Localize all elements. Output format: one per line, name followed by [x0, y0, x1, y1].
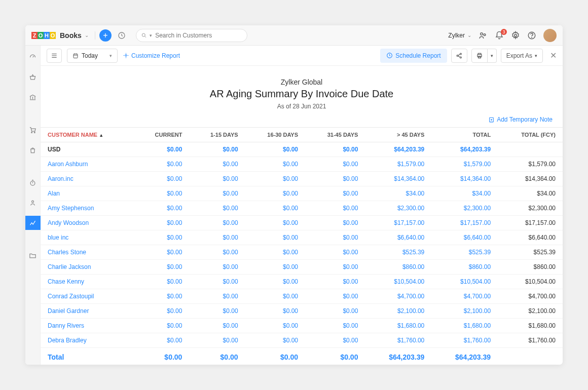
nav-purchases[interactable] — [25, 143, 41, 157]
history-button[interactable] — [116, 29, 128, 42]
amount-cell[interactable]: $10,504.00 — [365, 275, 431, 289]
amount-cell[interactable]: $0.00 — [305, 142, 365, 157]
amount-cell[interactable]: $0.00 — [134, 275, 189, 289]
amount-cell[interactable]: $0.00 — [305, 157, 365, 172]
customer-name-cell[interactable]: Conrad Zastoupil — [41, 289, 134, 304]
amount-cell[interactable]: $0.00 — [189, 319, 245, 333]
nav-accountant[interactable] — [25, 196, 41, 210]
close-button[interactable]: ✕ — [550, 51, 557, 60]
amount-cell[interactable]: $0.00 — [189, 289, 245, 304]
amount-cell[interactable]: $0.00 — [189, 275, 245, 289]
amount-cell[interactable]: $2,300.00 — [431, 201, 498, 216]
amount-cell[interactable]: $0.00 — [134, 172, 189, 186]
nav-documents[interactable] — [25, 248, 41, 262]
amount-cell[interactable]: $0.00 — [189, 348, 245, 365]
column-header[interactable]: CUSTOMER NAME▲ — [41, 128, 134, 142]
amount-cell[interactable]: $1,760.00 — [431, 333, 498, 348]
amount-cell[interactable]: $2,300.00 — [365, 201, 431, 216]
amount-cell[interactable]: $0.00 — [134, 348, 189, 365]
amount-cell[interactable]: $64,203.39 — [365, 348, 431, 365]
amount-cell[interactable]: $0.00 — [134, 230, 189, 245]
amount-cell[interactable]: $0.00 — [305, 245, 365, 260]
export-button[interactable]: Export As ▾ — [501, 49, 543, 63]
amount-cell[interactable]: $2,100.00 — [431, 304, 498, 319]
settings-button[interactable] — [511, 31, 520, 40]
amount-cell[interactable]: $0.00 — [245, 172, 305, 186]
column-header[interactable]: TOTAL — [431, 128, 498, 142]
search-input[interactable] — [155, 32, 242, 39]
help-button[interactable] — [527, 31, 536, 40]
customer-name-cell[interactable]: Aaron Ashburn — [41, 157, 134, 172]
amount-cell[interactable]: $0.00 — [245, 216, 305, 230]
amount-cell[interactable]: $4,700.00 — [365, 289, 431, 304]
amount-cell[interactable]: $0.00 — [189, 230, 245, 245]
nav-banking[interactable] — [25, 90, 41, 104]
amount-cell[interactable]: $860.00 — [365, 260, 431, 275]
nav-sales[interactable] — [25, 123, 41, 137]
amount-cell[interactable]: $0.00 — [305, 186, 365, 201]
amount-cell[interactable]: $0.00 — [245, 304, 305, 319]
amount-cell[interactable]: $0.00 — [189, 260, 245, 275]
customize-report-link[interactable]: Customize Report — [123, 52, 180, 59]
amount-cell[interactable]: $0.00 — [189, 186, 245, 201]
amount-cell[interactable]: $0.00 — [189, 142, 245, 157]
logo[interactable]: ZOHO Books ⌄ — [31, 31, 95, 40]
column-header[interactable]: 31-45 DAYS — [305, 128, 365, 142]
customer-name-cell[interactable]: blue inc — [41, 230, 134, 245]
amount-cell[interactable]: $0.00 — [245, 142, 305, 157]
amount-cell[interactable]: $0.00 — [305, 289, 365, 304]
amount-cell[interactable]: $525.39 — [431, 245, 498, 260]
amount-cell[interactable]: $1,579.00 — [431, 157, 498, 172]
amount-cell[interactable]: $0.00 — [189, 304, 245, 319]
amount-cell[interactable]: $6,640.00 — [431, 230, 498, 245]
amount-cell[interactable]: $6,640.00 — [365, 230, 431, 245]
customer-name-cell[interactable]: Alan — [41, 186, 134, 201]
amount-cell[interactable]: $0.00 — [305, 260, 365, 275]
amount-cell[interactable]: $0.00 — [245, 275, 305, 289]
amount-cell[interactable]: $0.00 — [189, 201, 245, 216]
add-temporary-note-link[interactable]: Add Temporary Note — [488, 116, 553, 123]
amount-cell[interactable]: $4,700.00 — [431, 289, 498, 304]
print-button[interactable] — [471, 49, 488, 63]
customer-name-cell[interactable]: Charlie Jackson — [41, 260, 134, 275]
amount-cell[interactable]: $0.00 — [134, 260, 189, 275]
org-switcher[interactable]: Zylker ⌄ — [448, 32, 471, 39]
amount-cell[interactable]: $0.00 — [134, 186, 189, 201]
amount-cell[interactable]: $0.00 — [134, 245, 189, 260]
amount-cell[interactable]: $1,680.00 — [365, 319, 431, 333]
amount-cell[interactable]: $0.00 — [245, 260, 305, 275]
amount-cell[interactable]: $0.00 — [245, 333, 305, 348]
amount-cell[interactable]: $0.00 — [305, 275, 365, 289]
amount-cell[interactable]: $64,203.39 — [431, 348, 498, 365]
schedule-report-button[interactable]: Schedule Report — [380, 49, 447, 63]
amount-cell[interactable]: $10,504.00 — [431, 275, 498, 289]
amount-cell[interactable]: $0.00 — [305, 201, 365, 216]
customer-name-cell[interactable]: Charles Stone — [41, 245, 134, 260]
column-header[interactable]: CURRENT — [134, 128, 189, 142]
amount-cell[interactable]: $0.00 — [305, 230, 365, 245]
customer-name-cell[interactable]: Andy Woodson — [41, 216, 134, 230]
amount-cell[interactable]: $1,579.00 — [365, 157, 431, 172]
amount-cell[interactable]: $1,680.00 — [431, 319, 498, 333]
notifications-button[interactable]: 3 — [495, 31, 504, 40]
nav-items[interactable] — [25, 70, 41, 84]
amount-cell[interactable]: $0.00 — [134, 304, 189, 319]
quick-add-button[interactable]: + — [99, 29, 112, 42]
column-header[interactable]: > 45 DAYS — [365, 128, 431, 142]
amount-cell[interactable]: $0.00 — [189, 245, 245, 260]
amount-cell[interactable]: $14,364.00 — [365, 172, 431, 186]
amount-cell[interactable]: $17,157.00 — [431, 216, 498, 230]
amount-cell[interactable]: $34.00 — [431, 186, 498, 201]
nav-time[interactable] — [25, 175, 41, 189]
amount-cell[interactable]: $0.00 — [305, 348, 365, 365]
amount-cell[interactable]: $0.00 — [305, 172, 365, 186]
column-header[interactable]: TOTAL (FCY) — [498, 128, 563, 142]
nav-reports[interactable] — [25, 216, 41, 230]
amount-cell[interactable]: $0.00 — [305, 304, 365, 319]
share-button[interactable] — [451, 49, 467, 63]
customer-name-cell[interactable]: Chase Kenny — [41, 275, 134, 289]
amount-cell[interactable]: $0.00 — [305, 319, 365, 333]
amount-cell[interactable]: $525.39 — [365, 245, 431, 260]
amount-cell[interactable]: $0.00 — [134, 333, 189, 348]
amount-cell[interactable]: $0.00 — [134, 319, 189, 333]
